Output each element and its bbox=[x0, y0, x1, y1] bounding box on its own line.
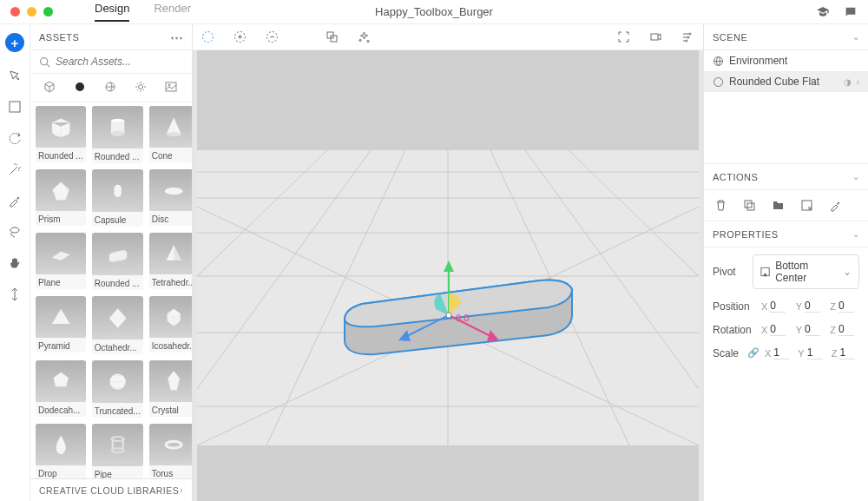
scale-label: Scale bbox=[713, 347, 742, 359]
rotation-y-field[interactable]: Y0 bbox=[796, 323, 825, 336]
delete-icon[interactable] bbox=[714, 199, 727, 212]
move-z-icon[interactable] bbox=[7, 287, 23, 302]
category-images-icon[interactable] bbox=[165, 81, 179, 95]
asset-torus[interactable]: Torus bbox=[149, 424, 192, 478]
asset-label: Icosahedr... bbox=[149, 338, 192, 353]
minimize-window-icon[interactable] bbox=[27, 7, 36, 16]
asset-drop[interactable]: Drop bbox=[36, 424, 86, 478]
eyedropper-icon[interactable] bbox=[7, 193, 23, 208]
scale-x-field[interactable]: X1 bbox=[765, 346, 792, 359]
scale-y-field[interactable]: Y1 bbox=[798, 346, 825, 359]
add-button[interactable]: + bbox=[5, 33, 24, 52]
remove-from-selection-icon[interactable] bbox=[266, 30, 279, 43]
position-z-field[interactable]: Z0 bbox=[830, 300, 859, 313]
svg-point-10 bbox=[168, 84, 170, 86]
category-lights-icon[interactable] bbox=[135, 81, 148, 95]
window-controls bbox=[10, 7, 53, 16]
asset-octa[interactable]: Octahedr... bbox=[92, 296, 143, 353]
render-settings-icon[interactable] bbox=[681, 30, 694, 43]
svg-point-33 bbox=[111, 449, 123, 453]
lasso-tool-icon[interactable] bbox=[7, 224, 23, 240]
position-x-field[interactable]: X0 bbox=[761, 300, 791, 313]
feedback-icon[interactable] bbox=[844, 5, 858, 19]
svg-rect-40 bbox=[651, 34, 658, 40]
learn-icon[interactable] bbox=[816, 5, 830, 19]
asset-trunc[interactable]: Truncated... bbox=[92, 360, 143, 418]
asset-label: Dodecah... bbox=[36, 402, 86, 417]
svg-point-35 bbox=[203, 32, 214, 43]
asset-label: Cone bbox=[149, 148, 192, 162]
asset-tetra[interactable]: Tetrahedr... bbox=[149, 233, 192, 290]
properties-panel-title: PROPERTIES bbox=[713, 229, 779, 240]
eyedropper-action-icon[interactable] bbox=[829, 199, 842, 212]
chevron-down-icon[interactable]: ⌄ bbox=[852, 32, 860, 42]
asset-rounded-cube[interactable]: Rounded ... bbox=[36, 106, 86, 163]
category-environments-icon[interactable] bbox=[104, 81, 118, 95]
position-label: Position bbox=[713, 300, 756, 313]
tab-design[interactable]: Design bbox=[95, 2, 129, 22]
search-input[interactable] bbox=[56, 56, 187, 68]
pivot-label: Pivot bbox=[713, 266, 746, 278]
asset-label: Truncated... bbox=[92, 403, 143, 418]
category-materials-icon[interactable] bbox=[74, 81, 88, 95]
scene-item-environment[interactable]: Environment bbox=[704, 50, 868, 71]
magic-wand-icon[interactable] bbox=[7, 162, 23, 177]
close-window-icon[interactable] bbox=[10, 7, 20, 16]
globe-icon bbox=[713, 56, 724, 67]
asset-crystal[interactable]: Crystal bbox=[149, 360, 192, 418]
position-y-field[interactable]: Y0 bbox=[796, 300, 825, 313]
chevron-down-icon[interactable]: ⌄ bbox=[852, 172, 860, 181]
svg-point-42 bbox=[687, 36, 689, 38]
frame-tool-icon[interactable] bbox=[7, 99, 23, 115]
asset-label: Tetrahedr... bbox=[149, 274, 192, 289]
assets-panel-menu-icon[interactable]: ⋯ bbox=[170, 30, 183, 45]
asset-rounded-flat[interactable]: Rounded ... bbox=[92, 233, 143, 290]
asset-cylinder[interactable]: Rounded ... bbox=[92, 106, 143, 163]
asset-prism[interactable]: Prism bbox=[36, 169, 86, 227]
viewport-3d[interactable]: 0.0 bbox=[193, 50, 703, 501]
rotation-x-field[interactable]: X0 bbox=[761, 323, 791, 336]
link-scale-icon[interactable]: 🔗 bbox=[747, 347, 760, 359]
select-tool-icon[interactable] bbox=[7, 68, 23, 83]
maximize-window-icon[interactable] bbox=[43, 7, 53, 16]
pivot-select[interactable]: Bottom Center ⌄ bbox=[753, 254, 859, 289]
cc-libraries-header[interactable]: CREATIVE CLOUD LIBRARIES › bbox=[30, 478, 192, 501]
hand-tool-icon[interactable] bbox=[7, 255, 23, 271]
chevron-left-icon[interactable]: ‹ bbox=[857, 77, 859, 87]
document-title: Happy_Toolbox_Burger bbox=[375, 5, 493, 18]
scene-item-rounded-cube-flat[interactable]: Rounded Cube Flat◑‹ bbox=[704, 71, 868, 92]
duplicate-icon[interactable] bbox=[743, 199, 756, 212]
svg-point-5 bbox=[41, 57, 48, 64]
orbit-tool-icon[interactable] bbox=[7, 130, 23, 146]
asset-ico[interactable]: Icosahedr... bbox=[149, 296, 192, 353]
svg-rect-17 bbox=[114, 184, 121, 196]
fullscreen-icon[interactable] bbox=[617, 30, 630, 43]
scale-z-field[interactable]: Z1 bbox=[832, 346, 859, 359]
asset-label: Pipe bbox=[92, 466, 143, 478]
marquee-select-icon[interactable] bbox=[201, 30, 214, 43]
asset-dodec[interactable]: Dodecah... bbox=[36, 360, 86, 418]
rotation-z-field[interactable]: Z0 bbox=[830, 323, 859, 336]
chevron-down-icon[interactable]: ⌄ bbox=[852, 229, 860, 239]
asset-pipe[interactable]: Pipe bbox=[92, 424, 143, 478]
assets-panel: ASSETS ⋯ Rounded ...Rounded ...ConePrism… bbox=[30, 24, 193, 501]
asset-capsule[interactable]: Capsule bbox=[92, 169, 143, 227]
scene-item-label: Environment bbox=[729, 55, 787, 67]
visibility-icon[interactable]: ◑ bbox=[844, 77, 852, 87]
category-models-icon[interactable] bbox=[43, 81, 57, 95]
asset-label: Rounded ... bbox=[92, 275, 143, 290]
svg-point-4 bbox=[10, 227, 19, 233]
add-to-selection-icon[interactable] bbox=[233, 30, 247, 43]
new-file-icon[interactable] bbox=[800, 199, 813, 212]
svg-point-15 bbox=[167, 133, 181, 137]
tab-render[interactable]: Render bbox=[154, 2, 191, 22]
asset-label: Disc bbox=[149, 211, 192, 226]
asset-pyramid[interactable]: Pyramid bbox=[36, 296, 86, 353]
asset-cone[interactable]: Cone bbox=[149, 106, 192, 163]
snap-icon[interactable] bbox=[326, 30, 339, 43]
asset-disc[interactable]: Disc bbox=[149, 169, 192, 227]
folder-icon[interactable] bbox=[772, 199, 785, 212]
effects-icon[interactable] bbox=[358, 30, 371, 43]
camera-bookmark-icon[interactable] bbox=[649, 30, 662, 43]
asset-plane[interactable]: Plane bbox=[36, 233, 86, 290]
